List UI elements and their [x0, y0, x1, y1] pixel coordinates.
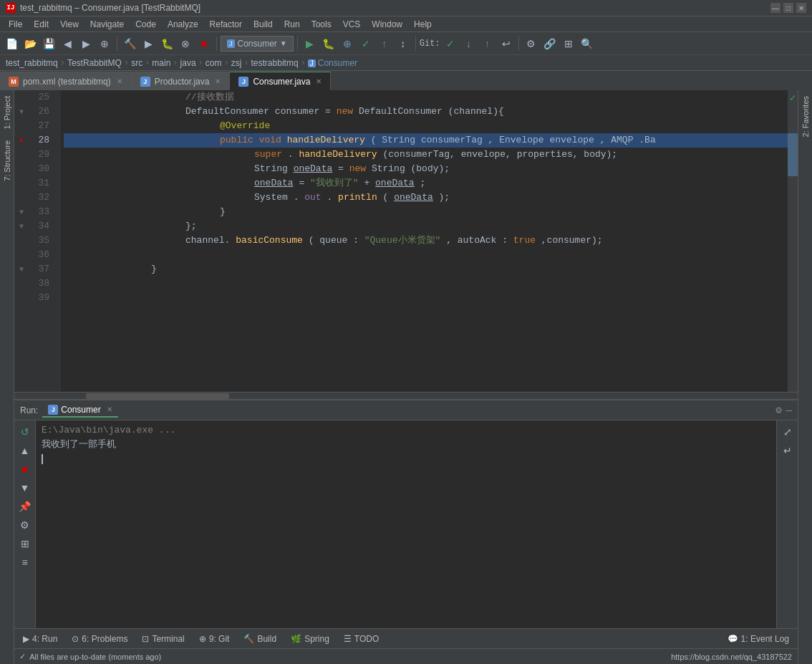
- status-bar: ✓ All files are up-to-date (moments ago)…: [14, 648, 798, 664]
- tab-consumer[interactable]: J Consumer.java ✕: [230, 72, 331, 90]
- toolbar-terminal-btn[interactable]: ⊡ Terminal: [136, 632, 190, 645]
- gutter-34-fold[interactable]: ▼: [14, 219, 29, 234]
- breadcrumb-zsj[interactable]: zsj: [231, 58, 242, 68]
- new-file-button[interactable]: 📄: [3, 35, 20, 52]
- settings-button[interactable]: ⚙: [523, 35, 540, 52]
- git-toolbar-icon: ⊕: [199, 634, 206, 644]
- menu-refactor[interactable]: Refactor: [204, 18, 248, 31]
- run-project-button[interactable]: ▶: [140, 35, 157, 52]
- breadcrumb-src[interactable]: src: [131, 58, 142, 68]
- gutter-28-bp[interactable]: ●: [14, 133, 29, 148]
- toolbar-problems-btn[interactable]: ⊙ 6: Problems: [66, 632, 133, 645]
- run-config-dropdown[interactable]: J Consumer ▼: [221, 36, 294, 52]
- open-button[interactable]: 📂: [21, 35, 39, 52]
- recent-button[interactable]: ⊕: [96, 35, 113, 52]
- run-tab-consumer[interactable]: J Consumer ✕: [42, 403, 117, 418]
- scroll-thumb[interactable]: [788, 133, 798, 176]
- run-pin-btn[interactable]: 📌: [16, 498, 34, 515]
- search-everywhere-btn[interactable]: 🔍: [579, 35, 596, 52]
- external-tools-btn[interactable]: 🔗: [541, 35, 559, 52]
- tab-productor-close[interactable]: ✕: [215, 77, 221, 85]
- run-scroll-up-btn[interactable]: ▲: [16, 442, 34, 459]
- sidebar-project-tab[interactable]: 1: Project: [1, 90, 13, 135]
- menu-window[interactable]: Window: [366, 18, 408, 31]
- menu-navigate[interactable]: Navigate: [84, 18, 130, 31]
- run-minimize-btn[interactable]: —: [786, 405, 792, 416]
- forward-button[interactable]: ▶: [77, 35, 95, 52]
- run-expand-btn[interactable]: ⤢: [779, 423, 796, 441]
- favorites-tab[interactable]: 2: Favorites: [800, 90, 811, 143]
- back-button[interactable]: ◀: [59, 35, 76, 52]
- stop-button[interactable]: ■: [195, 35, 213, 52]
- toolbar-spring-btn[interactable]: 🌿 Spring: [285, 632, 335, 645]
- menu-run[interactable]: Run: [279, 18, 306, 31]
- menu-tools[interactable]: Tools: [306, 18, 337, 31]
- toolbar-run-btn[interactable]: ▶ 4: Run: [17, 632, 63, 645]
- maximize-button[interactable]: □: [783, 3, 793, 13]
- editor-right-sidebar: ✓: [788, 90, 798, 392]
- minimize-button[interactable]: —: [770, 3, 780, 13]
- tab-productor[interactable]: J Productor.java ✕: [132, 72, 231, 90]
- tab-consumer-label: Consumer.java: [253, 77, 310, 87]
- breadcrumb-testrabbitmq[interactable]: testrabbitmq: [251, 58, 299, 68]
- menu-file[interactable]: File: [3, 18, 28, 31]
- menu-vcs[interactable]: VCS: [337, 18, 367, 31]
- menu-view[interactable]: View: [54, 18, 84, 31]
- menu-help[interactable]: Help: [408, 18, 438, 31]
- profile-button[interactable]: ⊗: [177, 35, 194, 52]
- toolbar-build-btn[interactable]: 🔨 Build: [238, 632, 282, 645]
- git-update-btn[interactable]: ↓: [460, 35, 478, 52]
- git-commit-btn[interactable]: ✓: [442, 35, 459, 52]
- run-settings-btn[interactable]: ⚙: [775, 404, 781, 416]
- layout-btn[interactable]: ⊞: [560, 35, 577, 52]
- menu-analyze[interactable]: Analyze: [162, 18, 204, 31]
- sidebar-structure-tab[interactable]: 7: Structure: [1, 135, 13, 187]
- tab-consumer-close[interactable]: ✕: [316, 77, 322, 85]
- git-more-button[interactable]: ↕: [395, 35, 412, 52]
- run-restart-btn[interactable]: ↺: [16, 423, 34, 441]
- build-project-button[interactable]: 🔨: [121, 35, 138, 52]
- git-push-btn[interactable]: ↑: [479, 35, 496, 52]
- code-content[interactable]: //接收数据 DefaultConsumer consumer = new De…: [61, 90, 788, 392]
- run-config-debug-button[interactable]: 🐛: [320, 35, 337, 52]
- menu-code[interactable]: Code: [130, 18, 162, 31]
- run-layout-btn[interactable]: ⊞: [16, 535, 34, 552]
- run-filter-btn[interactable]: ≡: [16, 554, 34, 571]
- code-editor[interactable]: ▼ ● ▼ ▼ ▼ 25: [14, 90, 798, 392]
- run-settings-tool-btn[interactable]: ⚙: [16, 516, 34, 534]
- tab-pom[interactable]: M pom.xml (testrabbitmq) ✕: [0, 72, 132, 90]
- run-stop-btn[interactable]: ■: [16, 461, 34, 478]
- breadcrumb-java[interactable]: java: [180, 58, 196, 68]
- breadcrumb-com[interactable]: com: [206, 58, 222, 68]
- debug-button[interactable]: 🐛: [158, 35, 175, 52]
- breadcrumb-main[interactable]: main: [152, 58, 170, 68]
- breadcrumb-project[interactable]: test_rabbitmq: [6, 58, 58, 68]
- ln-29: 29: [29, 148, 55, 162]
- menu-edit[interactable]: Edit: [28, 18, 54, 31]
- run-config-run-button[interactable]: ▶: [301, 35, 319, 52]
- breadcrumb-consumer[interactable]: JConsumer: [308, 58, 357, 68]
- h-scrollbar-thumb[interactable]: [86, 393, 229, 399]
- git-revert-btn[interactable]: ↩: [498, 35, 515, 52]
- gutter-33-fold[interactable]: ▼: [14, 205, 29, 219]
- run-scroll-down-btn[interactable]: ▼: [16, 479, 34, 496]
- toolbar-git-btn[interactable]: ⊕ 9: Git: [193, 632, 236, 645]
- horizontal-scrollbar[interactable]: [14, 392, 798, 399]
- commit-check-button[interactable]: ✓: [357, 35, 374, 52]
- gutter-37-fold[interactable]: ▼: [14, 262, 29, 276]
- save-button[interactable]: 💾: [40, 35, 57, 52]
- toolbar: 📄 📂 💾 ◀ ▶ ⊕ 🔨 ▶ 🐛 ⊗ ■ J Consumer ▼ ▶ 🐛 ⊕…: [0, 32, 812, 54]
- coverage-button[interactable]: ⊕: [339, 35, 356, 52]
- menu-build[interactable]: Build: [248, 18, 279, 31]
- tab-pom-close[interactable]: ✕: [117, 77, 122, 85]
- error-stripe[interactable]: [788, 105, 798, 392]
- close-button[interactable]: ✕: [796, 3, 806, 13]
- push-button[interactable]: ↑: [376, 35, 393, 52]
- toolbar-event-log-btn[interactable]: 💬 1: Event Log: [722, 632, 795, 645]
- breadcrumb-module[interactable]: TestRabbitMQ: [67, 58, 122, 68]
- toolbar-todo-btn[interactable]: ☰ TODO: [338, 632, 385, 645]
- run-wrap-btn[interactable]: ↵: [779, 442, 796, 459]
- run-tab-close[interactable]: ✕: [107, 405, 112, 413]
- run-output[interactable]: E:\Java\bin\java.exe ... 我收到了一部手机: [36, 420, 776, 628]
- gutter-26-fold[interactable]: ▼: [14, 105, 29, 119]
